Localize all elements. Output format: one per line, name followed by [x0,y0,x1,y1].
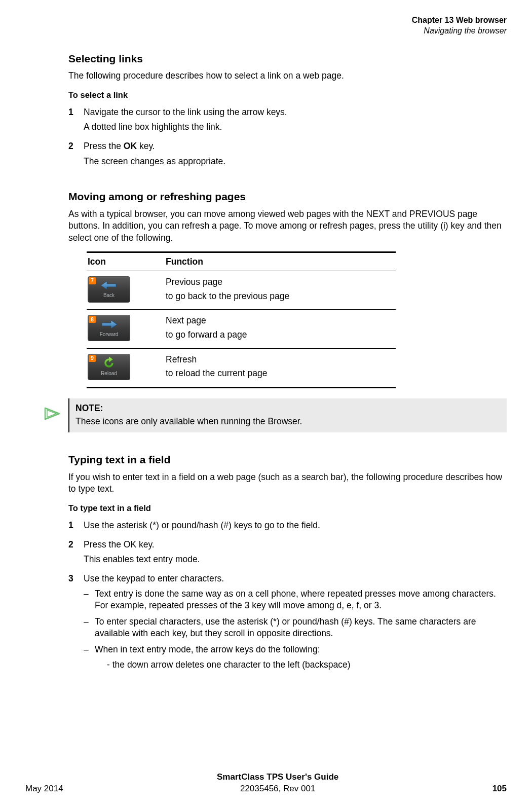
step-text: Navigate the cursor to the link using th… [84,106,507,119]
step-2: 2 Press the OK key. This enables text en… [68,539,507,569]
heading-typing-text: Typing text in a field [68,453,507,467]
step-text: Use the keypad to enter characters. [84,573,507,585]
arrow-right-icon [100,319,118,330]
note-icon [44,406,62,425]
step-number: 1 [68,106,84,136]
heading-moving-pages: Moving among or refreshing pages [68,190,507,204]
step-text: Press the OK key. [84,539,507,551]
intro-text: The following procedure describes how to… [68,70,507,82]
step-text: A dotted line box highlights the link. [84,121,507,133]
function-desc: to go forward a page [166,329,395,341]
subheading-to-select-link: To select a link [68,89,507,100]
step-2: 2 Press the OK key. The screen changes a… [68,140,507,170]
reload-button-icon: 9 Reload [88,354,130,380]
list-item: – When in text entry mode, the arrow key… [84,644,507,673]
back-button-icon: 7 Back [88,276,130,303]
table-row: 9 Reload Refresh to reload the current p… [87,349,396,388]
step-number: 3 [68,573,84,678]
icon-function-table: Icon Function 7 Back Previous page [87,251,396,388]
table-row: 8 Forward Next page to go forward a page [87,310,396,348]
step-text: Press the OK key. [84,140,507,153]
heading-selecting-links: Selecting links [68,52,507,66]
step-number: 2 [68,539,84,569]
forward-button-icon: 8 Forward [88,315,130,341]
footer-docid: 22035456, Rev 001 [63,783,492,795]
note-body: These icons are only available when runn… [75,416,501,428]
table-header-function: Function [164,256,395,268]
step-text: This enables text entry mode. [84,554,507,566]
footer-date: May 2014 [25,783,63,795]
reload-icon [102,357,116,369]
function-desc: to reload the current page [166,368,395,380]
page-footer: May 2014 SmartClass TPS User's Guide 220… [25,772,507,795]
key-badge: 7 [89,277,96,284]
function-name: Previous page [166,276,395,288]
step-1: 1 Navigate the cursor to the link using … [68,106,507,136]
step-3: 3 Use the keypad to enter characters. –T… [68,573,507,678]
key-badge: 8 [89,316,96,323]
step-text: The screen changes as appropriate. [84,156,507,168]
function-name: Next page [166,315,395,327]
table-row: 7 Back Previous page to go back to the p… [87,271,396,310]
step-1: 1 Use the asterisk (*) or pound/hash (#)… [68,520,507,535]
note-title: NOTE: [75,402,501,415]
chapter-label: Chapter 13 Web browser [25,15,507,26]
list-item: –Text entry is done the same way as on a… [84,588,507,612]
intro-text: As with a typical browser, you can move … [68,208,507,244]
key-badge: 9 [89,355,96,362]
subheading-type-text: To type text in a field [68,502,507,514]
function-name: Refresh [166,354,395,366]
note-callout: NOTE: These icons are only available whe… [44,398,507,432]
step-number: 1 [68,520,84,535]
function-desc: to go back to the previous page [166,290,395,303]
page-number: 105 [492,783,507,795]
arrow-left-icon [100,280,118,291]
step-text: Use the asterisk (*) or pound/hash (#) k… [84,520,507,532]
button-label: Back [103,292,115,299]
footer-title: SmartClass TPS User's Guide [63,772,492,783]
section-label: Navigating the browser [25,26,507,36]
button-label: Forward [100,331,119,338]
button-label: Reload [101,370,117,377]
page-header: Chapter 13 Web browser Navigating the br… [25,15,507,36]
table-header-icon: Icon [88,256,164,268]
list-item: –To enter special characters, use the as… [84,616,507,640]
intro-text: If you wish to enter text in a field on … [68,471,507,495]
step-number: 2 [68,140,84,170]
sub-list-item: - the down arrow deletes one character t… [107,659,507,671]
